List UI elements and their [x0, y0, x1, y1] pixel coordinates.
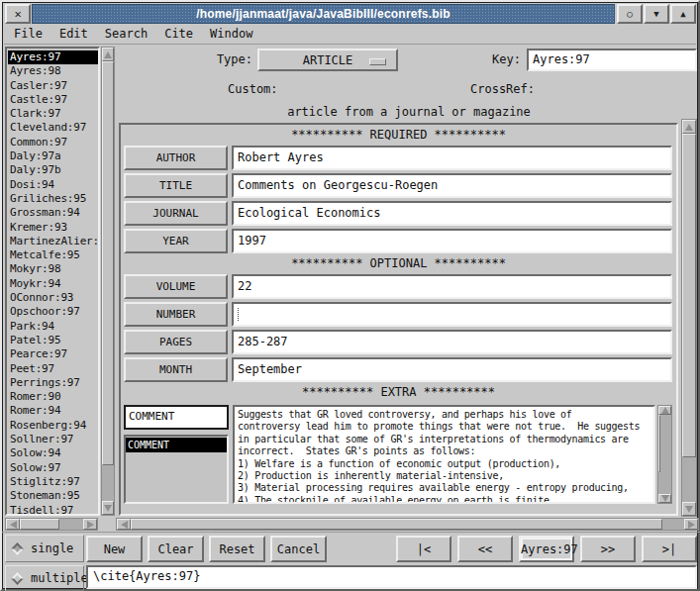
comment-vscrollbar[interactable] — [657, 405, 672, 504]
menu-item-cite[interactable]: Cite — [164, 27, 193, 41]
close-button[interactable]: ✕ — [5, 4, 31, 24]
ref-list-item[interactable]: Kremer:93 — [8, 221, 98, 235]
ref-list-item[interactable]: Casler:97 — [8, 79, 98, 93]
cancel-button[interactable]: Cancel — [270, 536, 327, 562]
key-input[interactable]: Ayres:97 — [527, 49, 697, 71]
field-input-month[interactable]: September — [232, 357, 672, 382]
scroll-left-button[interactable] — [6, 519, 20, 530]
field-label-button-title[interactable]: TITLE — [124, 173, 228, 198]
extra-list-item[interactable]: COMMENT — [126, 438, 227, 452]
scroll-trough[interactable] — [102, 61, 114, 501]
scroll-up-button[interactable] — [682, 120, 696, 134]
ref-list-vscrollbar[interactable] — [101, 47, 115, 516]
ref-list-item[interactable]: Stoneman:95 — [8, 489, 98, 503]
field-input-year[interactable]: 1997 — [232, 229, 672, 253]
first-record-button[interactable]: |< — [396, 536, 451, 562]
new-button[interactable]: New — [86, 536, 143, 562]
cite-string-field[interactable]: \cite{Ayres:97} — [86, 565, 697, 589]
scroll-trough[interactable] — [131, 519, 684, 530]
scroll-trough[interactable] — [682, 134, 696, 502]
ref-list-item[interactable]: Cleveland:97 — [8, 121, 98, 135]
scroll-right-button[interactable] — [83, 519, 97, 530]
maximize-button[interactable]: ▲ — [670, 4, 696, 24]
reset-button[interactable]: Reset — [209, 536, 265, 562]
ref-list-item[interactable]: Mokyr:98 — [8, 262, 98, 276]
ref-list-item[interactable]: Perrings:97 — [8, 376, 98, 390]
ref-list-item[interactable]: Grossman:94 — [8, 206, 98, 220]
scroll-left-button[interactable] — [117, 519, 131, 530]
prev-record-button[interactable]: << — [457, 536, 513, 562]
ref-list-item[interactable]: Romer:94 — [8, 404, 98, 418]
ref-list-item[interactable]: Park:94 — [8, 320, 98, 334]
field-input-title[interactable]: Comments on Georgescu-Roegen — [232, 173, 672, 198]
clear-button[interactable]: Clear — [148, 536, 204, 562]
field-label-button-month[interactable]: MONTH — [124, 357, 228, 382]
ref-list-item[interactable]: Pearce:97 — [8, 347, 98, 361]
field-input-journal[interactable]: Ecological Economics — [232, 201, 672, 226]
ref-list-item[interactable]: Daly:97b — [8, 163, 98, 177]
menu-item-window[interactable]: Window — [210, 27, 252, 41]
ref-list-item[interactable]: Tisdell:97 — [8, 504, 98, 517]
multiple-radio[interactable]: multiple — [5, 565, 84, 591]
ref-list-item[interactable]: Sollner:97 — [8, 433, 98, 446]
ref-list-item[interactable]: MartinezAlier:9 — [8, 235, 98, 248]
ref-list-item[interactable]: OConnor:93 — [8, 291, 98, 305]
main-vscrollbar[interactable] — [681, 119, 697, 517]
ref-list-hscrollbar[interactable] — [5, 518, 98, 531]
scroll-trough[interactable] — [20, 519, 83, 530]
field-input-number[interactable] — [232, 302, 672, 327]
scroll-down-button[interactable] — [102, 501, 114, 515]
field-label-button-volume[interactable]: VOLUME — [124, 274, 228, 299]
field-label-button-pages[interactable]: PAGES — [124, 330, 228, 354]
comment-textarea[interactable]: Suggests that GR loved controversy, and … — [233, 405, 655, 504]
single-radio[interactable]: single — [5, 535, 84, 562]
scroll-right-button[interactable] — [684, 519, 698, 530]
ref-list-item[interactable]: Griliches:95 — [8, 192, 98, 206]
ref-list-item[interactable]: Daly:97a — [8, 149, 98, 163]
field-label-button-year[interactable]: YEAR — [124, 229, 228, 253]
scroll-up-button[interactable] — [102, 48, 114, 61]
ref-list-item[interactable]: Patel:95 — [8, 334, 98, 347]
ref-list-item[interactable]: Dosi:94 — [8, 178, 98, 192]
menu-item-file[interactable]: File — [14, 27, 43, 41]
scroll-thumb[interactable] — [20, 519, 59, 530]
ref-list-item[interactable]: Solow:94 — [8, 446, 98, 460]
scroll-down-button[interactable] — [658, 494, 671, 503]
field-label-button-author[interactable]: AUTHOR — [124, 146, 228, 170]
ref-list-item[interactable]: Rosenberg:94 — [8, 419, 98, 433]
extra-field-name-input[interactable]: COMMENT — [124, 405, 229, 430]
menu-item-edit[interactable]: Edit — [59, 27, 88, 41]
ref-list-item[interactable]: Metcalfe:95 — [8, 248, 98, 262]
ref-list-item[interactable]: Ayres:97 — [8, 50, 98, 64]
type-dropdown[interactable]: ARTICLE — [257, 49, 398, 71]
scroll-down-button[interactable] — [682, 502, 696, 516]
ref-list-item[interactable]: Solow:97 — [8, 461, 98, 475]
field-input-volume[interactable]: 22 — [232, 274, 672, 299]
field-label-button-number[interactable]: NUMBER — [124, 302, 228, 327]
ref-list-item[interactable]: Stiglitz:97 — [8, 475, 98, 489]
ref-list-item[interactable]: Opschoor:97 — [8, 305, 98, 319]
field-input-pages[interactable]: 285-287 — [232, 330, 672, 354]
field-input-author[interactable]: Robert Ayres — [232, 146, 672, 170]
ref-list-item[interactable]: Romer:90 — [8, 390, 98, 404]
scroll-thumb[interactable] — [102, 61, 114, 465]
scroll-up-button[interactable] — [658, 406, 671, 415]
ref-list-item[interactable]: Common:97 — [8, 136, 98, 149]
main-hscrollbar[interactable] — [116, 518, 699, 531]
last-record-button[interactable]: >| — [642, 536, 697, 562]
menu-circle-button[interactable]: ◯ — [617, 4, 643, 24]
scroll-thumb[interactable] — [682, 134, 696, 457]
field-label-button-journal[interactable]: JOURNAL — [124, 201, 228, 226]
next-record-button[interactable]: >> — [580, 536, 636, 562]
scroll-thumb[interactable] — [658, 415, 660, 472]
ref-list-item[interactable]: Moykr:94 — [8, 277, 98, 291]
iconify-button[interactable]: ▼ — [644, 4, 669, 24]
ref-list-item[interactable]: Peet:97 — [8, 362, 98, 376]
current-record-button[interactable]: Ayres:97 — [519, 536, 574, 562]
scroll-thumb[interactable] — [131, 519, 662, 530]
ref-list-item[interactable]: Clark:97 — [8, 107, 98, 121]
ref-list-item[interactable]: Castle:97 — [8, 93, 98, 107]
scroll-trough[interactable] — [658, 415, 671, 494]
ref-list-item[interactable]: Ayres:98 — [8, 64, 98, 78]
menu-item-search[interactable]: Search — [105, 27, 148, 41]
